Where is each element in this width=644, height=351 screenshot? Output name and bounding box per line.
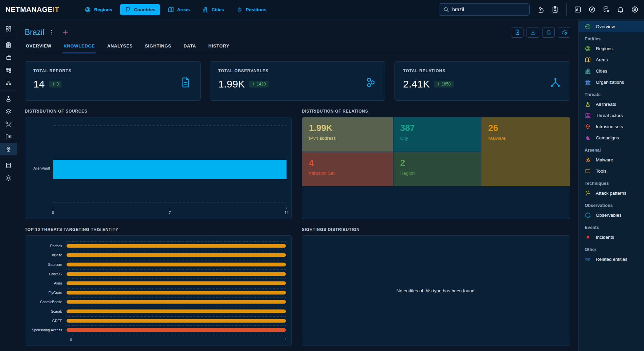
tab-overview[interactable]: OVERVIEW bbox=[25, 39, 52, 53]
main-content: Brazil OVERVIEWKNOWLEDGEANALYSESSIGHTING… bbox=[17, 19, 578, 351]
panel-item-areas[interactable]: Areas bbox=[579, 54, 644, 65]
page-header: Brazil bbox=[25, 19, 570, 39]
rail-item-events[interactable] bbox=[0, 64, 17, 76]
dashboards-button[interactable] bbox=[574, 6, 582, 13]
threats-chart-title: TOP 10 THREATS TARGETING THIS ENTITY bbox=[25, 227, 292, 232]
panel-item-attack-patterns[interactable]: Attack patterns bbox=[579, 188, 644, 199]
nav-item-cities[interactable]: Cities bbox=[198, 4, 228, 15]
import-icon bbox=[530, 29, 536, 35]
globe-icon bbox=[85, 6, 91, 13]
threats-bar-chart: Phobos 8Base Satacom FakeSG Akira F bbox=[25, 236, 291, 346]
rail-item-threats[interactable] bbox=[0, 93, 17, 105]
threat-label: FakeSG bbox=[29, 269, 67, 279]
nav-item-positions[interactable]: Positions bbox=[232, 4, 271, 15]
panel-item-label: Overview bbox=[596, 24, 615, 29]
x-axis-tick bbox=[287, 208, 287, 209]
panel-item-observables[interactable]: Observables bbox=[579, 210, 644, 221]
topbar-tools bbox=[537, 6, 559, 13]
panel-item-cities[interactable]: Cities bbox=[579, 65, 644, 77]
search-icon bbox=[443, 6, 449, 13]
app-logo: NETMANAGEIT bbox=[5, 5, 59, 14]
events-icon bbox=[5, 67, 12, 74]
x-axis-tick-label: 1 bbox=[285, 338, 287, 342]
threat-row-satacom: Satacom bbox=[29, 260, 286, 269]
search-input[interactable] bbox=[452, 7, 526, 12]
nav-item-regions[interactable]: Regions bbox=[80, 4, 116, 15]
panel-item-campaigns[interactable]: ♞ Campaigns bbox=[579, 132, 644, 143]
research-icon bbox=[537, 6, 545, 13]
add-button[interactable] bbox=[62, 29, 69, 36]
clipboard-search-button[interactable] bbox=[551, 6, 559, 13]
panel-section-events: Events bbox=[579, 221, 644, 232]
tab-knowledge[interactable]: KNOWLEDGE bbox=[62, 39, 96, 53]
panel-item-all-threats[interactable]: All threats bbox=[579, 99, 644, 110]
rail-group bbox=[0, 37, 17, 91]
entity-menu-button[interactable] bbox=[48, 29, 55, 36]
notifications-button[interactable] bbox=[617, 6, 624, 13]
panel-item-threat-actors[interactable]: Threat actors bbox=[579, 110, 644, 121]
map-icon bbox=[168, 6, 174, 13]
rail-item-observations[interactable] bbox=[0, 76, 17, 89]
knight-icon: ♞ bbox=[585, 135, 591, 141]
nav-item-countries[interactable]: Countries bbox=[120, 4, 160, 15]
notifications-icon bbox=[617, 6, 624, 13]
y-axis-label: AlienVault bbox=[33, 166, 50, 170]
research-button[interactable] bbox=[537, 6, 545, 13]
rail-item-locations[interactable] bbox=[0, 143, 17, 155]
tab-sightings[interactable]: SIGHTINGS bbox=[144, 39, 172, 53]
panel-item-tools[interactable]: Tools bbox=[579, 165, 644, 177]
threat-label: 8Base bbox=[29, 251, 67, 260]
tab-analyses[interactable]: ANALYSES bbox=[106, 39, 134, 53]
panel-item-label: Attack patterns bbox=[596, 191, 626, 196]
panel-item-overview[interactable]: Overview bbox=[579, 21, 644, 32]
account-icon bbox=[631, 6, 639, 13]
panel-item-regions[interactable]: Regions bbox=[579, 43, 644, 54]
account-button[interactable] bbox=[631, 6, 639, 13]
hexagon-icon bbox=[585, 212, 591, 218]
rail-item-dashboard[interactable] bbox=[0, 22, 17, 35]
treemap-cell-label: IPv4 address bbox=[309, 136, 386, 141]
nav-item-label: Cities bbox=[211, 7, 224, 12]
plot-area: 0 7 14 bbox=[53, 117, 287, 219]
relations-chart-block: DISTRIBUTION OF RELATIONS 1.99K IPv4 add… bbox=[302, 109, 570, 219]
rail-item-entities[interactable] bbox=[0, 130, 17, 143]
treemap-cell-value: 1.99K bbox=[309, 123, 386, 133]
rail-item-cases[interactable] bbox=[0, 51, 17, 64]
panel-item-malware[interactable]: Malware bbox=[579, 154, 644, 165]
x-axis-tick bbox=[53, 208, 53, 209]
rail-item-arsenal[interactable] bbox=[0, 105, 17, 118]
panel-section-entities: Entities bbox=[579, 32, 644, 43]
panel-item-related-entities[interactable]: Related entities bbox=[579, 254, 644, 265]
threat-bar bbox=[67, 262, 286, 266]
subscribe-button[interactable] bbox=[542, 27, 555, 38]
subscribe-icon bbox=[546, 29, 552, 35]
panel-item-label: Malware bbox=[596, 157, 613, 162]
relations-treemap: 1.99K IPv4 address 387 City 26 Malware 4… bbox=[302, 117, 570, 186]
import-button[interactable] bbox=[527, 27, 539, 38]
rail-item-settings[interactable] bbox=[0, 172, 17, 184]
tab-data[interactable]: DATA bbox=[183, 39, 197, 53]
rail-item-techniques[interactable] bbox=[0, 118, 17, 130]
export-button[interactable] bbox=[511, 27, 523, 38]
locations-icon bbox=[5, 146, 12, 153]
sync-button[interactable] bbox=[558, 27, 570, 38]
nav-item-areas[interactable]: Areas bbox=[163, 4, 195, 15]
treemap-cell-intrusion-set: 4 Intrusion Set bbox=[302, 152, 393, 187]
tab-history[interactable]: HISTORY bbox=[207, 39, 231, 53]
rail-item-data[interactable] bbox=[0, 159, 17, 172]
page-title: Brazil bbox=[25, 28, 44, 37]
map-yellow-icon bbox=[585, 57, 591, 63]
investigations-button[interactable] bbox=[588, 6, 596, 13]
entity-tabs: OVERVIEWKNOWLEDGEANALYSESSIGHTINGSDATAHI… bbox=[25, 39, 570, 53]
x-axis-tick-label: 0 bbox=[70, 338, 72, 342]
shell: Brazil OVERVIEWKNOWLEDGEANALYSESSIGHTING… bbox=[0, 19, 644, 351]
data-sharing-button[interactable] bbox=[603, 6, 610, 13]
sources-bar-chart: AlienVault 0 7 14 bbox=[25, 117, 291, 219]
stat-value: 2.41K bbox=[403, 78, 429, 90]
city-teal-icon bbox=[585, 68, 591, 74]
x-axis-tick-label: 14 bbox=[284, 211, 289, 215]
panel-item-organizations[interactable]: Organizations bbox=[579, 77, 644, 88]
panel-item-incidents[interactable]: Incidents bbox=[579, 232, 644, 243]
rail-item-analyses[interactable] bbox=[0, 39, 17, 51]
panel-item-intrusion-sets[interactable]: Intrusion sets bbox=[579, 121, 644, 132]
